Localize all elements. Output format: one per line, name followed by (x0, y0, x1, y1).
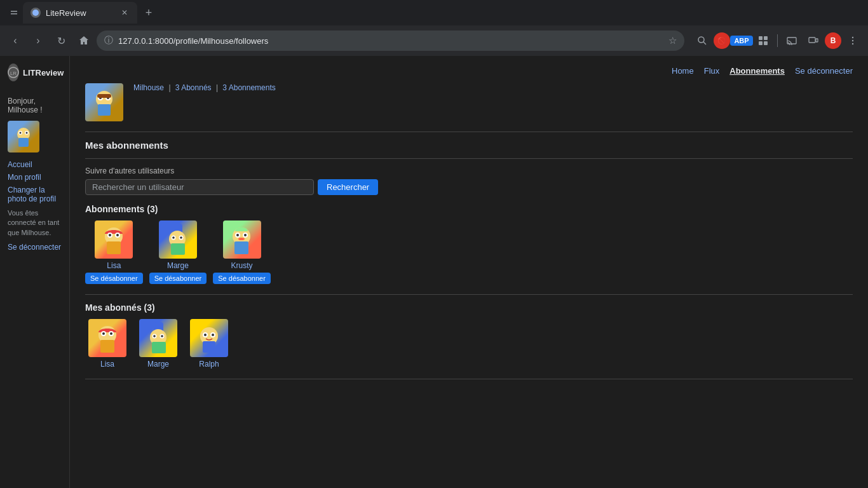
sidebar-note: Vous êtes connecté en tant que Milhouse. (8, 208, 62, 238)
svg-rect-21 (98, 104, 111, 116)
tab-title: LiteReview (46, 8, 86, 18)
search-bar: Rechercher (85, 179, 853, 195)
divider-1 (85, 132, 853, 132)
divider-3 (85, 294, 853, 295)
svg-point-45 (244, 234, 247, 236)
app-wrapper: LR LITReview Bonjour, Milhouse ! Accueil… (0, 56, 868, 488)
unsub-marge[interactable]: Se désabonner (149, 273, 207, 284)
user-card-marge-follower: Marge (136, 319, 180, 369)
home-button[interactable] (74, 30, 94, 51)
svg-point-44 (236, 234, 239, 236)
svg-rect-61 (203, 341, 215, 353)
svg-line-1 (703, 42, 706, 44)
sidebar-mon-profil[interactable]: Mon profil (8, 173, 62, 182)
svg-rect-3 (764, 36, 768, 40)
svg-rect-48 (100, 340, 114, 353)
user-name-lisa-sub[interactable]: Lisa (107, 261, 121, 270)
nav-logout[interactable]: Se déconnecter (795, 66, 853, 76)
sidebar-changer-photo[interactable]: Changer la photo de profil (8, 186, 62, 203)
user-card-ralph-follower: Ralph (187, 319, 231, 369)
search-button[interactable]: Rechercher (318, 179, 378, 195)
nav-flux[interactable]: Flux (704, 66, 720, 76)
svg-text:LR: LR (10, 71, 17, 76)
user-avatar-krusty (223, 220, 261, 259)
profile-links: Milhouse | 3 Abonnés | 3 Abonnements (133, 83, 276, 92)
divider (777, 34, 778, 47)
user-name-krusty-sub[interactable]: Krusty (231, 261, 253, 270)
abp-button[interactable]: ABP (731, 30, 752, 51)
user-name-ralph-follower[interactable]: Ralph (199, 360, 219, 369)
svg-point-32 (116, 234, 119, 236)
svg-rect-7 (809, 37, 815, 43)
address-bar[interactable]: ⓘ 127.0.0.1:8000/profile/Milhouse/follow… (97, 30, 684, 51)
svg-point-65 (212, 334, 214, 336)
svg-rect-15 (18, 138, 29, 147)
device-icon[interactable] (803, 30, 824, 51)
profile-abonnements-link[interactable]: 3 Abonnements (222, 83, 275, 92)
user-card-krusty: Krusty Se désabonner (213, 220, 271, 284)
unsub-lisa[interactable]: Se désabonner (85, 273, 143, 284)
user-name-marge-follower[interactable]: Marge (147, 360, 169, 369)
profile-picture (85, 83, 123, 121)
user-name-lisa-follower[interactable]: Lisa (100, 360, 114, 369)
cast-icon[interactable] (782, 30, 802, 51)
abonnes-grid: Lisa Marge (85, 319, 853, 369)
svg-rect-28 (107, 241, 121, 254)
unsub-krusty[interactable]: Se désabonner (213, 273, 271, 284)
sidebar-logout[interactable]: Se déconnecter (8, 243, 62, 252)
bookmark-icon[interactable]: ☆ (668, 35, 677, 46)
abonnements-count-title: Abonnements (3) (85, 204, 853, 214)
profile-abonnes-link[interactable]: 3 Abonnés (175, 83, 212, 92)
sidebar-accueil[interactable]: Accueil (8, 160, 62, 169)
nav-home[interactable]: Home (672, 66, 694, 76)
app-header-nav: Home Flux Abonnements Se déconnecter (85, 66, 853, 76)
svg-rect-4 (759, 41, 763, 45)
svg-point-38 (173, 236, 175, 239)
profile-button[interactable]: B (825, 32, 841, 49)
search-icon[interactable] (692, 30, 712, 51)
svg-rect-8 (816, 39, 818, 42)
user-card-lisa-follower: Lisa (85, 319, 130, 369)
svg-point-11 (852, 43, 853, 44)
tab-list-button[interactable] (5, 4, 23, 22)
svg-point-19 (26, 132, 28, 134)
abonnements-section-title: Mes abonnements (85, 140, 853, 151)
nav-abonnements[interactable]: Abonnements (729, 66, 785, 76)
svg-point-58 (153, 335, 156, 337)
new-tab-button[interactable]: + (140, 4, 158, 22)
user-avatar-lisa (95, 220, 133, 259)
tab-close-button[interactable]: ✕ (119, 8, 130, 18)
user-avatar-ralph-follower (190, 319, 228, 357)
reload-button[interactable]: ↻ (51, 30, 71, 51)
svg-point-59 (161, 335, 163, 337)
svg-point-10 (852, 40, 853, 41)
svg-rect-41 (234, 241, 248, 254)
divider-4 (85, 379, 853, 379)
svg-point-0 (698, 37, 704, 43)
nav-bar: ‹ › ↻ ⓘ 127.0.0.1:8000/profile/Milhouse/… (0, 25, 868, 56)
svg-point-9 (852, 37, 853, 38)
abonnes-section-title: Mes abonnés (3) (85, 302, 853, 313)
svg-rect-55 (152, 342, 166, 353)
user-card-marge: Marge Se désabonner (149, 220, 207, 284)
profile-username-link[interactable]: Milhouse (133, 83, 164, 92)
extension-circle[interactable]: 🚫 (714, 32, 730, 49)
browser-chrome: LiteReview ✕ + ‹ › ↻ ⓘ 127.0.0.1:8000/pr… (0, 0, 868, 56)
forward-button[interactable]: › (28, 30, 48, 51)
user-avatar-lisa-follower (88, 319, 126, 357)
svg-point-46 (238, 238, 245, 240)
tab-bar: LiteReview ✕ + (0, 0, 868, 25)
search-input[interactable] (85, 179, 314, 195)
svg-point-51 (102, 332, 105, 335)
extensions-icon[interactable] (753, 30, 773, 51)
active-tab[interactable]: LiteReview ✕ (23, 2, 137, 24)
logo-text: LITReview (23, 68, 64, 78)
svg-point-31 (109, 234, 111, 236)
menu-icon[interactable] (843, 30, 863, 51)
user-card-lisa: Lisa Se désabonner (85, 220, 143, 284)
back-button[interactable]: ‹ (5, 30, 25, 51)
user-name-marge-sub[interactable]: Marge (167, 261, 189, 270)
sidebar-greeting: Bonjour, Milhouse ! (8, 97, 62, 114)
lock-icon: ⓘ (104, 35, 113, 46)
profile-header: Milhouse | 3 Abonnés | 3 Abonnements (85, 83, 853, 121)
